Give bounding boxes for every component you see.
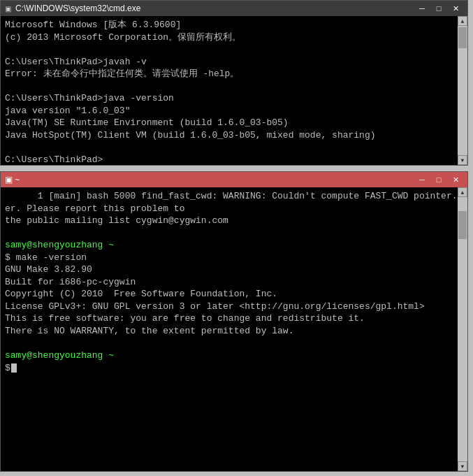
cmd-window-icon: ▣ xyxy=(5,5,11,13)
make-line5: This is free software: you are free to c… xyxy=(5,313,365,324)
make-line4: License GPLv3+: GNU GPL version 3 or lat… xyxy=(5,301,425,312)
cygwin-terminal: 1 [main] bash 5000 find_fast_cwd: WARNIN… xyxy=(1,187,467,471)
cmd-window-controls[interactable]: ─ □ ✕ xyxy=(414,3,463,14)
warning-line3: the public mailing list cygwin@cygwin.co… xyxy=(5,215,228,226)
cygwin-close-button[interactable]: ✕ xyxy=(448,174,463,185)
cmd-titlebar: ▣ C:\WINDOWS\system32\cmd.exe ─ □ ✕ xyxy=(1,1,467,16)
cmd-terminal: Microsoft Windows [版本 6.3.9600] (c) 2013… xyxy=(1,16,467,165)
cygwin-scroll-up-arrow[interactable]: ▲ xyxy=(458,187,467,197)
cygwin-window-controls[interactable]: ─ □ ✕ xyxy=(414,174,463,185)
cmd1: $ make -version xyxy=(5,252,87,263)
cursor xyxy=(11,363,17,373)
cygwin-title: ~ xyxy=(15,175,20,185)
make-line6: There is NO WARRANTY, to the extent perm… xyxy=(5,326,293,336)
make-line2: Built for i686-pc-cygwin xyxy=(5,277,136,287)
prompt2: samy@shengyouzhang ~ xyxy=(5,350,114,361)
scroll-up-arrow[interactable]: ▲ xyxy=(458,16,467,26)
cygwin-minimize-button[interactable]: ─ xyxy=(414,174,430,185)
cygwin-window: ▣ ~ ─ □ ✕ 1 [main] bash 5000 find_fast_c… xyxy=(0,171,468,472)
cmd-window: ▣ C:\WINDOWS\system32\cmd.exe ─ □ ✕ Micr… xyxy=(0,0,468,166)
cygwin-title-left: ▣ ~ xyxy=(5,175,20,185)
scroll-down-arrow[interactable]: ▼ xyxy=(458,155,467,165)
cmd2: $ xyxy=(5,363,10,373)
cygwin-scrollbar[interactable]: ▲ ▼ xyxy=(458,187,467,471)
cygwin-scroll-thumb[interactable] xyxy=(458,211,467,239)
cygwin-titlebar: ▣ ~ ─ □ ✕ xyxy=(1,172,467,187)
cygwin-scroll-down-arrow[interactable]: ▼ xyxy=(458,461,467,471)
close-button[interactable]: ✕ xyxy=(448,3,463,14)
cygwin-maximize-button[interactable]: □ xyxy=(431,174,446,185)
cygwin-window-icon: ▣ xyxy=(5,175,13,185)
title-left: ▣ C:\WINDOWS\system32\cmd.exe xyxy=(5,3,140,13)
maximize-button[interactable]: □ xyxy=(431,3,446,14)
cmd-title: C:\WINDOWS\system32\cmd.exe xyxy=(15,3,140,13)
cmd-scrollbar[interactable]: ▲ ▼ xyxy=(458,16,467,165)
minimize-button[interactable]: ─ xyxy=(414,3,430,14)
warning-line2: er. Please report this problem to xyxy=(5,203,184,214)
cygwin-output: 1 [main] bash 5000 find_fast_cwd: WARNIN… xyxy=(5,190,463,374)
make-line3: Copyright (C) 2010 Free Software Foundat… xyxy=(5,289,277,299)
scroll-thumb[interactable] xyxy=(458,27,467,48)
prompt1: samy@shengyouzhang ~ xyxy=(5,240,114,250)
cmd-output: Microsoft Windows [版本 6.3.9600] (c) 2013… xyxy=(5,19,463,165)
make-line1: GNU Make 3.82.90 xyxy=(5,264,92,275)
warning-line1: 1 [main] bash 5000 find_fast_cwd: WARNIN… xyxy=(5,191,458,201)
